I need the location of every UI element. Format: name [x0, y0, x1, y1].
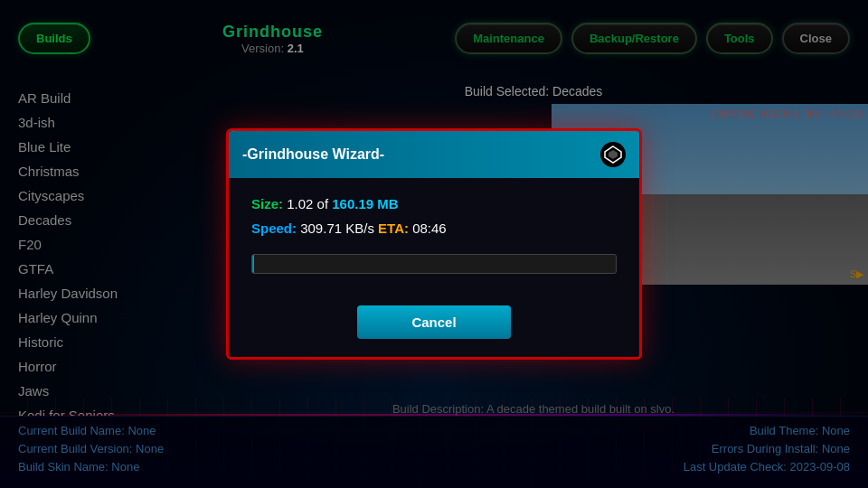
speed-label: Speed: [251, 221, 297, 236]
progress-bar [252, 255, 254, 273]
size-unit-val: MB [377, 196, 398, 211]
dialog-footer: Cancel [229, 305, 639, 357]
speed-row: Speed: 309.71 KB/s ETA: 08:46 [251, 221, 617, 236]
size-of-word: of [317, 196, 329, 211]
svg-marker-1 [609, 150, 618, 159]
size-label: Size: [251, 196, 283, 211]
kodi-icon [600, 142, 626, 167]
download-dialog: -Grindhouse Wizard- Size: 1.02 of 160.19… [226, 128, 642, 360]
dialog-header: -Grindhouse Wizard- [229, 131, 639, 178]
size-row: Size: 1.02 of 160.19 MB [251, 196, 617, 211]
dialog-overlay: -Grindhouse Wizard- Size: 1.02 of 160.19… [0, 0, 868, 488]
speed-unit-val: KB/s [345, 221, 374, 236]
dialog-title: -Grindhouse Wizard- [242, 146, 384, 163]
speed-value: 309.71 [300, 221, 342, 236]
eta-value-val: 08:46 [412, 221, 447, 236]
dialog-body: Size: 1.02 of 160.19 MB Speed: 309.71 KB… [229, 178, 639, 305]
size-total: 160.19 [332, 196, 373, 211]
size-current: 1.02 [287, 196, 313, 211]
eta-label-val: ETA: [378, 221, 409, 236]
progress-container [251, 254, 617, 274]
cancel-button[interactable]: Cancel [357, 305, 510, 339]
